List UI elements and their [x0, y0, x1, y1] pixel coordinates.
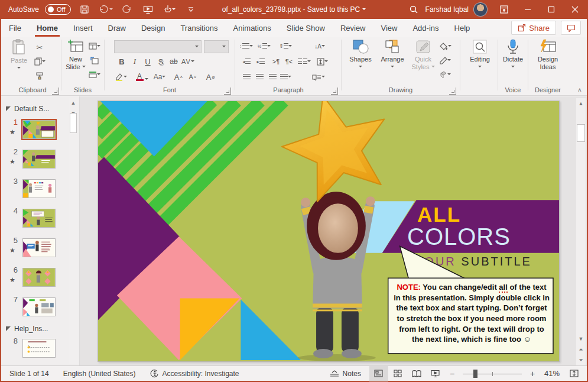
character-spacing-button[interactable]: AV — [181, 56, 194, 67]
italic-button[interactable]: I — [128, 56, 141, 67]
slide-thumbnail-8[interactable] — [22, 339, 56, 358]
accessibility-status[interactable]: Accessibility: Investigate — [150, 369, 239, 378]
tab-file[interactable]: File — [1, 19, 29, 37]
note-text[interactable]: NOTE: You can change/edit all of the tex… — [394, 282, 550, 345]
tab-add-ins[interactable]: Add-ins — [405, 19, 446, 37]
panel-scrollbar[interactable]: ▲ ▼ — [69, 98, 78, 364]
change-case-button[interactable]: Aa — [153, 71, 166, 83]
arrange-button[interactable]: Arrange — [377, 39, 408, 69]
align-left-icon[interactable] — [240, 71, 253, 83]
slide-thumbnail-7[interactable] — [22, 297, 56, 316]
section-icon[interactable] — [88, 69, 101, 80]
decrease-indent-icon[interactable]: ◂ — [240, 56, 253, 67]
tab-home[interactable]: Home — [29, 19, 66, 37]
previous-slide-button[interactable]: ⏶ — [576, 344, 586, 355]
scroll-thumb[interactable] — [577, 124, 585, 142]
slide-thumbnail-3[interactable] — [22, 179, 56, 198]
shape-effects-icon[interactable] — [438, 69, 451, 80]
highlight-color-button[interactable] — [114, 71, 127, 83]
clear-formatting-button[interactable]: A⌀ — [204, 71, 217, 83]
section-header-default[interactable]: Default S... — [6, 105, 49, 113]
minimize-button[interactable] — [516, 0, 540, 19]
tab-help[interactable]: Help — [447, 19, 478, 37]
tab-animations[interactable]: Animations — [226, 19, 279, 37]
shape-fill-icon[interactable] — [438, 40, 451, 52]
increase-indent-icon[interactable]: ▸ — [254, 56, 267, 67]
ribbon-display-options-icon[interactable] — [492, 0, 516, 19]
slide-editing-canvas[interactable]: ALL COLORS YOUR SUBTITLE NOTE: You can c… — [80, 96, 587, 365]
slide-thumbnail-5[interactable] — [22, 238, 56, 257]
zoom-slider-thumb[interactable] — [473, 370, 477, 378]
rtl-direction-icon[interactable]: ¶< — [282, 56, 295, 67]
tab-transitions[interactable]: Transitions — [173, 19, 225, 37]
bullets-icon[interactable]: ⁞ — [240, 40, 253, 52]
ltr-direction-icon[interactable]: >¶ — [269, 56, 282, 67]
slide-title-all[interactable]: ALL — [417, 203, 461, 226]
justify-icon[interactable] — [279, 71, 292, 83]
search-icon[interactable] — [402, 0, 425, 19]
maximize-button[interactable] — [540, 0, 563, 19]
underline-button[interactable]: U — [141, 56, 154, 67]
slide-subtitle[interactable]: YOUR SUBTITLE — [415, 255, 532, 268]
main-scrollbar[interactable]: ▲ ▼ ⏶ ⏷ — [576, 98, 586, 365]
align-right-icon[interactable] — [266, 71, 279, 83]
sort-text-icon[interactable]: ↓A — [313, 40, 326, 52]
design-ideas-button[interactable]: DesignIdeas — [534, 39, 562, 71]
clipboard-dialog-launcher[interactable] — [52, 88, 59, 95]
columns-icon[interactable] — [298, 56, 311, 67]
tab-review[interactable]: Review — [333, 19, 373, 37]
drawing-dialog-launcher[interactable] — [449, 88, 456, 95]
zoom-slider[interactable] — [463, 366, 522, 381]
zoom-in-button[interactable]: + — [525, 366, 540, 381]
slide-title-colors[interactable]: COLORS — [407, 224, 511, 250]
user-avatar[interactable] — [473, 2, 488, 17]
tab-insert[interactable]: Insert — [66, 19, 100, 37]
line-spacing-icon[interactable]: ⇕ — [279, 40, 292, 52]
language-status[interactable]: English (United States) — [63, 370, 136, 378]
cut-icon[interactable]: ✂ — [33, 41, 46, 53]
shape-outline-icon[interactable] — [438, 54, 451, 66]
customize-qat-icon[interactable] — [183, 3, 199, 16]
undo-icon[interactable] — [98, 3, 113, 16]
panel-scroll-thumb[interactable] — [70, 113, 77, 133]
touch-mode-icon[interactable] — [162, 3, 177, 16]
slide-layout-icon[interactable] — [88, 40, 101, 52]
paragraph-dialog-launcher[interactable] — [331, 88, 338, 95]
normal-view-button[interactable] — [369, 366, 388, 381]
shapes-button[interactable]: Shapes — [346, 39, 375, 69]
redo-icon[interactable] — [119, 3, 135, 16]
shrink-font-button[interactable]: A˅ — [186, 71, 199, 83]
reset-slide-icon[interactable] — [88, 54, 101, 66]
slide-thumbnail-4[interactable] — [22, 209, 56, 228]
scroll-down-icon[interactable]: ▼ — [576, 334, 586, 344]
fit-slide-to-window-button[interactable] — [564, 366, 583, 381]
new-slide-button[interactable]: NewSlide — [63, 39, 88, 71]
numbering-icon[interactable]: ½ — [258, 40, 271, 52]
text-shadow-button[interactable]: S — [154, 56, 167, 67]
user-name[interactable]: Farshad Iqbal — [425, 5, 469, 14]
slideshow-view-button[interactable] — [426, 366, 445, 381]
tab-draw[interactable]: Draw — [100, 19, 134, 37]
strikethrough-button[interactable]: ab — [167, 56, 180, 67]
slide-thumbnail-6[interactable] — [22, 268, 56, 287]
share-button[interactable]: Share — [511, 21, 556, 35]
slide-sorter-view-button[interactable] — [388, 366, 407, 381]
start-slideshow-icon[interactable] — [141, 3, 156, 16]
autosave-toggle[interactable]: Off — [45, 4, 70, 15]
format-painter-icon[interactable] — [33, 70, 46, 82]
copy-icon[interactable] — [33, 56, 46, 67]
tab-view[interactable]: View — [373, 19, 405, 37]
slide-indicator[interactable]: Slide 1 of 14 — [9, 370, 49, 378]
zoom-out-button[interactable]: − — [445, 366, 459, 381]
close-button[interactable] — [563, 0, 587, 19]
paste-button[interactable]: Paste — [8, 39, 30, 70]
grow-font-button[interactable]: A˄ — [172, 71, 185, 83]
slide-1-editor[interactable]: ALL COLORS YOUR SUBTITLE NOTE: You can c… — [98, 101, 560, 362]
tab-slide-show[interactable]: Slide Show — [279, 19, 333, 37]
dictate-button[interactable]: Dictate — [501, 39, 525, 69]
scroll-up-icon[interactable]: ▲ — [576, 98, 586, 109]
comments-button[interactable] — [561, 21, 581, 35]
notes-button[interactable]: Notes — [330, 370, 361, 378]
slide-thumbnail-1[interactable] — [22, 120, 56, 139]
save-icon[interactable] — [77, 3, 92, 16]
